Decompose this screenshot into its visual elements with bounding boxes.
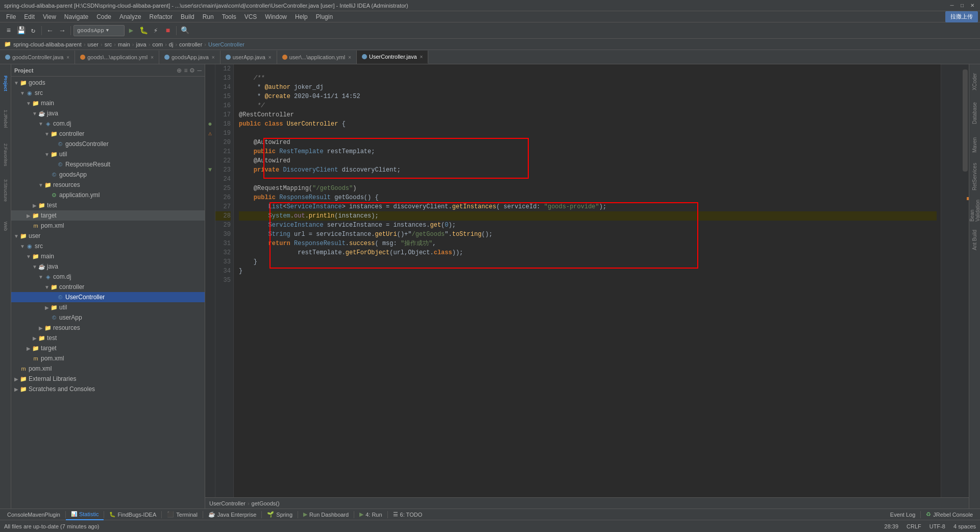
tree-item-usercontroller[interactable]: © UserController <box>11 292 205 302</box>
tree-item-goods-controller[interactable]: ▼ 📁 controller <box>11 129 205 139</box>
tree-item-goods-comdj[interactable]: ▼ ◈ com.dj <box>11 118 205 129</box>
tree-item-goodsapp[interactable]: © goodsApp <box>11 170 205 180</box>
tree-item-goods-util[interactable]: ▼ 📁 util <box>11 149 205 159</box>
tree-item-goods[interactable]: ▼ 📁 goods <box>11 78 205 88</box>
menu-navigate[interactable]: Navigate <box>60 12 92 21</box>
project-tree[interactable]: ▼ 📁 goods ▼ ◉ src ▼ 📁 main ▼ ☕ java ▼ <box>11 77 205 509</box>
bc-controller[interactable]: controller <box>179 41 202 47</box>
right-tab-beanvalidation[interactable]: Bean Validation <box>968 193 981 224</box>
tree-item-root-pom[interactable]: m pom.xml <box>11 364 205 374</box>
toolbar-forward-btn[interactable]: → <box>57 25 68 36</box>
gutter-line-22[interactable]: ▼ <box>205 165 216 175</box>
bottom-tab-statistic[interactable]: 📊 Statistic <box>66 509 104 520</box>
tree-item-goods-resources[interactable]: ▼ 📁 resources <box>11 180 205 190</box>
bc-usercontroller[interactable]: UserController <box>208 41 244 47</box>
tab-close[interactable]: × <box>348 55 351 60</box>
bc-dj[interactable]: dj <box>169 41 174 47</box>
menu-help[interactable]: Help <box>291 12 312 21</box>
status-crlf[interactable]: CRLF <box>906 523 921 529</box>
right-tab-retservices[interactable]: RetServices <box>971 161 978 192</box>
bottom-tab-javaenterprise[interactable]: ☕ Java Enterprise <box>203 509 261 520</box>
bc-src[interactable]: src <box>105 41 112 47</box>
tree-item-user[interactable]: ▼ 📁 user <box>11 231 205 241</box>
tab-goods-application[interactable]: goods\...\application.yml × <box>75 51 159 64</box>
gutter-line-18[interactable]: ● <box>205 119 216 129</box>
menu-edit[interactable]: Edit <box>20 12 39 21</box>
toolbar-run-btn[interactable]: ▶ <box>126 25 137 36</box>
locate-icon[interactable]: ⊕ <box>177 67 182 74</box>
code-bc-method[interactable]: getGoods() <box>252 500 280 506</box>
settings-icon[interactable]: ⚙ <box>189 67 195 74</box>
tab-close[interactable]: × <box>66 55 69 60</box>
collapse-icon[interactable]: ≡ <box>184 67 187 74</box>
sidebar-tab-2favorites[interactable]: 2:Favorites <box>0 137 11 173</box>
bc-java[interactable]: java <box>136 41 146 47</box>
bottom-tab-consolemaven[interactable]: ConsoleMavenPlugin <box>2 509 65 520</box>
tab-close[interactable]: × <box>268 55 272 60</box>
menu-view[interactable]: View <box>39 12 60 21</box>
sidebar-tab-1jrebel[interactable]: 1:JRebel <box>0 101 11 137</box>
tree-item-user-comdj[interactable]: ▼ ◈ com.dj <box>11 272 205 282</box>
tree-item-user-java[interactable]: ▼ ☕ java <box>11 261 205 272</box>
menu-build[interactable]: Build <box>177 12 199 21</box>
toolbar-save-btn[interactable]: 💾 <box>15 25 27 36</box>
tree-item-user-target[interactable]: ▶ 📁 target <box>11 343 205 353</box>
tree-item-user-resources[interactable]: ▶ 📁 resources <box>11 323 205 333</box>
status-charset[interactable]: UTF-8 <box>929 523 945 529</box>
tab-goodscontroller[interactable]: goodsController.java × <box>0 51 75 64</box>
bc-com[interactable]: com <box>152 41 163 47</box>
right-tab-xcoder[interactable]: XCoder <box>971 66 978 97</box>
tree-item-userapp[interactable]: © userApp <box>11 312 205 323</box>
menu-run[interactable]: Run <box>199 12 218 21</box>
tree-item-goods-test[interactable]: ▶ 📁 test <box>11 200 205 210</box>
bottom-tab-jrebelconsole[interactable]: ♻ JRebel Console <box>921 509 978 520</box>
tree-item-user-util[interactable]: ▶ 📁 util <box>11 302 205 312</box>
sidebar-tab-web[interactable]: Web <box>0 208 11 244</box>
tab-close[interactable]: × <box>212 55 215 60</box>
bottom-tab-terminal[interactable]: ⬛ Terminal <box>162 509 203 520</box>
tree-item-goods-appyml[interactable]: ⚙ application.yml <box>11 190 205 200</box>
tree-item-goods-target[interactable]: ▶ 📁 target <box>11 210 205 221</box>
tree-item-goods-src[interactable]: ▼ ◉ src <box>11 88 205 98</box>
toolbar-back-btn[interactable]: ← <box>44 25 56 36</box>
tab-userapp[interactable]: userApp.java × <box>220 51 277 64</box>
tree-item-goods-java[interactable]: ▼ ☕ java <box>11 108 205 118</box>
scrollbar-thumb[interactable] <box>963 69 968 172</box>
menu-plugin[interactable]: Plugin <box>312 12 337 21</box>
bc-main[interactable]: main <box>118 41 130 47</box>
menu-window[interactable]: Window <box>261 12 291 21</box>
bottom-tab-run[interactable]: ▶ 4: Run <box>354 509 387 520</box>
run-config-combo[interactable]: goodsApp ▼ <box>74 25 125 36</box>
toolbar-stop-btn[interactable]: ■ <box>162 25 174 36</box>
code-content[interactable]: /** * @author joker_dj * @create 2020-04… <box>234 64 941 497</box>
gutter-line-18b[interactable]: ⚠ <box>205 129 216 138</box>
menu-refactor[interactable]: Refactor <box>145 12 177 21</box>
menu-code[interactable]: Code <box>92 12 115 21</box>
maximize-button[interactable]: □ <box>959 2 966 9</box>
close-button[interactable]: ✕ <box>969 2 976 9</box>
tree-item-goods-main[interactable]: ▼ 📁 main <box>11 98 205 108</box>
toolbar-sync-btn[interactable]: ↻ <box>28 25 39 36</box>
status-indent[interactable]: 4 spaces <box>953 523 976 529</box>
bottom-tab-findbugs[interactable]: 🐛 FindBugs-IDEA <box>104 509 161 520</box>
toolbar-search-btn[interactable]: 🔍 <box>179 25 190 36</box>
toolbar-debug-btn[interactable]: 🐛 <box>138 25 149 36</box>
tree-item-goods-pom[interactable]: m pom.xml <box>11 221 205 231</box>
tree-item-user-main[interactable]: ▼ 📁 main <box>11 251 205 261</box>
close-panel-icon[interactable]: ─ <box>197 67 202 74</box>
sidebar-tab-project[interactable]: Project <box>0 65 11 101</box>
remote-upload-button[interactable]: 拉撒上传 <box>945 11 978 22</box>
menu-analyze[interactable]: Analyze <box>115 12 145 21</box>
tab-user-application[interactable]: user\...\application.yml × <box>277 51 357 64</box>
minimize-button[interactable]: ─ <box>948 2 955 9</box>
menu-vcs[interactable]: VCS <box>240 12 261 21</box>
bottom-tab-todo[interactable]: ☰ 6: TODO <box>388 509 428 520</box>
tab-close[interactable]: × <box>151 55 154 60</box>
tree-item-goodscontroller[interactable]: © goodsController <box>11 139 205 149</box>
tree-item-scratches[interactable]: ▶ 📁 Scratches and Consoles <box>11 384 205 394</box>
menu-tools[interactable]: Tools <box>218 12 240 21</box>
tree-item-responseresult[interactable]: © ResponseResult <box>11 159 205 170</box>
tree-item-user-src[interactable]: ▼ ◉ src <box>11 241 205 251</box>
toolbar-project-btn[interactable]: ≡ <box>3 25 14 36</box>
code-bc-controller[interactable]: UserController <box>209 500 246 506</box>
